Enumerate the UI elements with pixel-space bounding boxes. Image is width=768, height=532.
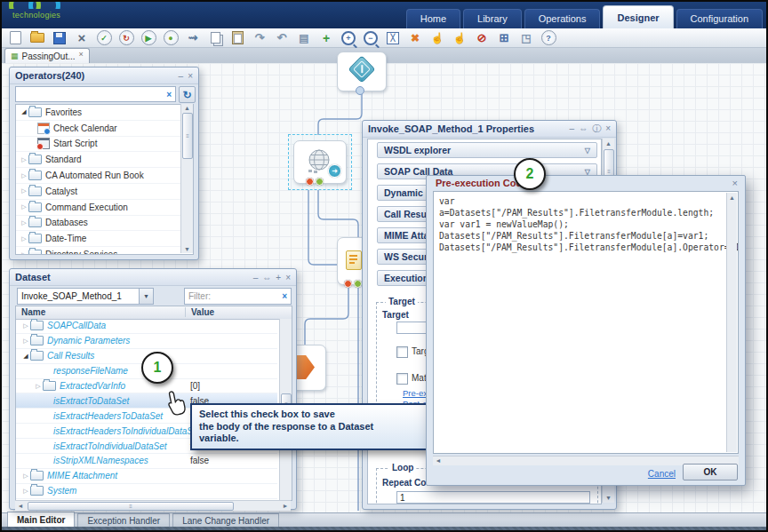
expand-icon[interactable]: ▷ [21, 472, 30, 480]
tree-item[interactable]: Start Script [16, 137, 193, 153]
expand-icon[interactable]: ▷ [20, 156, 28, 163]
delete-icon[interactable]: ✖ [407, 30, 423, 46]
column-value[interactable]: Value [185, 307, 214, 317]
dataset-row[interactable]: ▷MIME Attachment [16, 469, 277, 484]
copy-icon[interactable] [207, 30, 223, 46]
close-icon[interactable]: × [285, 273, 291, 282]
start-node[interactable] [337, 52, 387, 91]
expand-icon[interactable]: ▷ [20, 235, 28, 242]
zoom-out-icon[interactable]: − [363, 30, 379, 46]
dataset-row[interactable]: ▷Dynamic Parameters [16, 334, 277, 349]
search-clear-icon[interactable]: × [163, 90, 175, 99]
code-vscrollbar[interactable]: ▲ [726, 193, 737, 452]
bottom-tab-lane-change-handler[interactable]: Lane Change Handler [172, 513, 279, 527]
operator-search-input[interactable]: × [15, 86, 176, 102]
close-icon[interactable]: × [605, 123, 611, 133]
expand-icon[interactable]: ▷ [20, 187, 28, 195]
paste-icon[interactable] [229, 30, 245, 46]
matching-checkbox[interactable] [396, 373, 408, 385]
fit-view-icon[interactable]: ╳ [385, 30, 401, 46]
expand-icon[interactable]: ▷ [21, 322, 30, 330]
code-editor[interactable]: var a=Datasets["/PAM_Results"].Filetrans… [433, 191, 739, 454]
run-icon[interactable]: ● [163, 30, 179, 46]
close-icon[interactable]: × [188, 71, 193, 81]
dock-icon[interactable]: ⇔ [262, 273, 271, 282]
expand-icon[interactable]: ▷ [34, 383, 43, 390]
add-branch-icon[interactable]: + [318, 30, 334, 46]
jump-icon[interactable]: ⇝ [185, 30, 201, 46]
minimize-icon[interactable]: – [570, 123, 575, 133]
expand-icon[interactable]: ▷ [21, 488, 30, 495]
tree-item[interactable]: ▷Catalyst [16, 184, 193, 200]
operators-scrollbar[interactable]: ▲ ≡ ▼ [180, 104, 193, 253]
dataset-variable-name: isExtractHeadersToIndividualDataSet [53, 426, 200, 436]
tree-item[interactable]: ▷CA Automated Run Book [16, 168, 193, 184]
redo-icon[interactable]: ↷ [252, 30, 268, 46]
enable-icon[interactable]: ⊞ [496, 30, 512, 46]
refresh-button[interactable]: ↻ [179, 86, 196, 103]
tree-item[interactable]: ▷Directory Services [16, 247, 193, 255]
expand-icon[interactable]: ▷ [20, 172, 28, 179]
dataset-row[interactable]: ▷System [16, 484, 277, 499]
tree-item[interactable]: ▷Date-Time [16, 231, 193, 247]
minimize-icon[interactable]: – [253, 273, 259, 282]
dataset-row[interactable]: isStripXMLNamespacesfalse [16, 454, 277, 469]
column-name[interactable]: Name [21, 307, 45, 317]
dialog-close-icon[interactable]: × [732, 178, 738, 188]
section-wsdl-explorer[interactable]: WSDL explorer▽ [377, 142, 597, 158]
new-file-icon[interactable] [7, 30, 23, 46]
dock-icon[interactable]: ⇔ [579, 123, 588, 133]
zoom-in-icon[interactable]: + [340, 30, 356, 46]
bottom-tab-main-editor[interactable]: Main Editor [7, 512, 75, 527]
expand-icon[interactable]: ▷ [20, 251, 28, 255]
nav-tab-home[interactable]: Home [406, 9, 460, 28]
start-icon[interactable]: ▶ [140, 30, 156, 46]
cancel-link[interactable]: Cancel [648, 469, 676, 479]
dataset-row[interactable]: ▷ExtractedVarInfo[0] [16, 379, 277, 394]
tab-close-icon[interactable]: × [79, 50, 84, 59]
minimize-icon[interactable]: – [179, 71, 184, 81]
open-icon[interactable] [29, 30, 45, 46]
disable-icon[interactable]: ⊘ [474, 30, 490, 46]
tree-item[interactable]: ◢Favorites [16, 105, 193, 121]
nav-tab-operations[interactable]: Operations [524, 9, 601, 28]
hint-icon[interactable]: ⓘ [592, 123, 601, 133]
undo-icon[interactable]: ↶ [274, 30, 290, 46]
check-in-icon[interactable]: ✓ [96, 30, 112, 46]
dropdown-arrow-icon[interactable]: ▼ [139, 289, 153, 304]
connector-port [356, 86, 364, 95]
ok-button[interactable]: OK [683, 464, 738, 480]
expand-icon[interactable]: ▷ [20, 219, 28, 226]
check-out-icon[interactable]: ↻ [118, 30, 134, 46]
export-icon[interactable]: ◳ [518, 30, 534, 46]
dataset-row[interactable]: ▷SOAPCallData [16, 319, 277, 334]
pan-icon[interactable]: ☝ [429, 30, 445, 46]
filter-clear-icon[interactable]: × [278, 291, 291, 301]
tree-item[interactable]: Check Calendar [16, 121, 193, 137]
save-icon[interactable] [52, 30, 68, 46]
tree-item[interactable]: ▷Databases [16, 216, 193, 232]
move-icon[interactable]: + [276, 273, 281, 282]
document-tab[interactable]: ▦ PassingOut... × [4, 48, 90, 63]
dataset-hscrollbar[interactable]: ◄ ≡ ► [15, 500, 291, 511]
filter-input[interactable]: Filter: × [184, 288, 292, 305]
nav-tab-designer[interactable]: Designer [603, 5, 673, 28]
repeat-count-input[interactable] [396, 491, 590, 504]
nav-tab-configuration[interactable]: Configuration [676, 9, 763, 28]
pan-off-icon[interactable]: ☝ [452, 30, 468, 46]
target-checkbox[interactable] [396, 346, 408, 358]
collapse-icon[interactable]: ◢ [21, 353, 30, 360]
log-icon[interactable]: ▤ [296, 30, 312, 46]
expand-icon[interactable]: ▷ [21, 337, 30, 345]
dataset-variable-name: isExtractToDataSet [53, 396, 129, 406]
tree-item[interactable]: ▷Command Execution [16, 200, 193, 216]
close-x-icon[interactable]: × [74, 30, 90, 46]
collapse-icon[interactable]: ◢ [20, 108, 28, 115]
folder-icon [43, 381, 56, 391]
expand-icon[interactable]: ▷ [20, 203, 28, 210]
tree-item[interactable]: ▷Standard [16, 152, 193, 168]
operator-select-dropdown[interactable]: Invoke_SOAP_Method_1 ▼ [17, 288, 154, 305]
nav-tab-library[interactable]: Library [463, 9, 522, 28]
bottom-tab-exception-handler[interactable]: Exception Handler [77, 513, 170, 527]
help-icon[interactable]: ? [540, 30, 556, 46]
